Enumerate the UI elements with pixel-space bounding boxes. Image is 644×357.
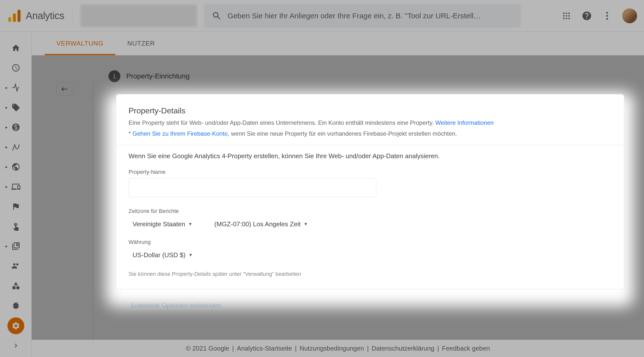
property-name-label: Property-Name [128, 169, 612, 175]
avatar[interactable] [622, 8, 637, 23]
more-icon[interactable] [602, 11, 612, 21]
logo[interactable]: Analytics [7, 8, 64, 23]
product-name: Analytics [26, 10, 64, 21]
timezone-label: Zeitzone für Berichte [128, 208, 612, 214]
header-actions [542, 8, 637, 23]
main-panel: 1 Property-Einrichtung Property-Details … [32, 55, 644, 340]
card-description-2: * Gehen Sie zu Ihrem Firebase-Konto, wen… [128, 129, 612, 138]
help-icon[interactable] [582, 11, 592, 21]
copyright: © 2021 Google [186, 345, 229, 352]
search-input[interactable] [228, 12, 513, 20]
svg-point-13 [606, 15, 608, 16]
ga4-text: Wenn Sie eine Google Analytics 4-Propert… [128, 152, 612, 160]
nav-devices-icon[interactable] [8, 178, 24, 195]
svg-point-5 [568, 12, 570, 14]
tabs: VERWALTUNG NUTZER [32, 32, 644, 55]
account-breadcrumb[interactable] [80, 5, 197, 27]
svg-point-6 [563, 15, 565, 16]
timezone-selects: Vereinigte Staaten ▼ (MGZ-07:00) Los Ang… [128, 217, 612, 231]
timezone-select[interactable]: (MGZ-07:00) Los Angeles Zeit ▼ [210, 217, 312, 231]
nav-touch-icon[interactable] [8, 218, 24, 235]
property-name-input[interactable] [128, 178, 376, 197]
more-info-link[interactable]: Weitere Informationen [435, 119, 494, 126]
svg-point-12 [606, 12, 608, 14]
search-icon [212, 11, 222, 21]
svg-rect-1 [13, 13, 16, 22]
nav-realtime-icon[interactable] [8, 59, 24, 76]
nav-expand-icon[interactable] [8, 337, 24, 354]
footer-home-link[interactable]: Analytics-Startseite [237, 345, 292, 352]
nav-settings-icon[interactable] [8, 317, 24, 334]
nav-library-icon[interactable] [8, 238, 24, 255]
step-title: Property-Einrichtung [126, 72, 190, 80]
svg-point-3 [563, 12, 565, 14]
advanced-options-link[interactable]: Erweiterte Optionen einblenden [131, 301, 629, 309]
app-header: Analytics [0, 0, 644, 32]
back-button[interactable] [56, 83, 72, 96]
footer-terms-link[interactable]: Nutzungsbedingungen [300, 345, 364, 352]
chevron-down-icon: ▼ [188, 222, 193, 227]
svg-point-9 [563, 17, 565, 19]
svg-point-11 [568, 17, 570, 19]
nav-flag-icon[interactable] [8, 198, 24, 215]
nav-people-icon[interactable] [8, 258, 24, 274]
country-select[interactable]: Vereinigte Staaten ▼ [128, 217, 196, 231]
tab-users[interactable]: NUTZER [116, 32, 167, 55]
footer-feedback-link[interactable]: Feedback geben [442, 345, 490, 352]
nav-explore-icon[interactable] [8, 139, 24, 155]
stepper-line [93, 80, 94, 340]
svg-point-10 [566, 17, 567, 19]
edit-hint: Sie können diese Property-Details später… [128, 271, 612, 277]
card-divider [116, 145, 624, 145]
nav-lifecycle-icon[interactable] [8, 79, 24, 96]
search-bar[interactable] [204, 4, 521, 28]
tab-admin[interactable]: VERWALTUNG [44, 32, 116, 55]
footer: © 2021 Google | Analytics-Startseite | N… [32, 340, 644, 357]
currency-label: Währung [128, 239, 612, 245]
firebase-link[interactable]: Gehen Sie zu Ihrem Firebase-Konto [132, 130, 228, 137]
nav-tag-icon[interactable] [8, 99, 24, 116]
svg-rect-2 [18, 10, 21, 22]
step-number: 1 [108, 70, 120, 82]
svg-point-15 [16, 286, 20, 290]
step-header: 1 Property-Einrichtung [108, 70, 629, 82]
svg-point-8 [568, 15, 570, 16]
card-heading: Property-Details [128, 106, 612, 115]
nav-monetization-icon[interactable] [8, 119, 24, 136]
nav-home-icon[interactable] [8, 40, 24, 56]
header-divider [72, 10, 72, 22]
nav-category-icon[interactable] [8, 277, 24, 294]
card-description-1: Eine Property steht für Web- und/oder Ap… [128, 118, 612, 127]
svg-rect-0 [8, 17, 12, 22]
svg-point-7 [566, 15, 567, 16]
nav-globe-icon[interactable] [8, 158, 24, 175]
content: VERWALTUNG NUTZER 1 Property-Einrichtung… [32, 32, 644, 357]
footer-privacy-link[interactable]: Datenschutzerklärung [372, 345, 434, 352]
svg-point-14 [606, 18, 608, 19]
currency-select[interactable]: US-Dollar (USD $) ▼ [128, 248, 612, 262]
chevron-down-icon: ▼ [188, 253, 193, 258]
chevron-down-icon: ▼ [304, 222, 308, 227]
nav-bug-icon[interactable] [8, 297, 24, 314]
property-details-card: Property-Details Eine Property steht für… [116, 94, 624, 289]
svg-point-4 [566, 12, 567, 14]
apps-icon[interactable] [561, 11, 572, 21]
analytics-logo-icon [7, 8, 22, 23]
left-nav [0, 32, 32, 357]
